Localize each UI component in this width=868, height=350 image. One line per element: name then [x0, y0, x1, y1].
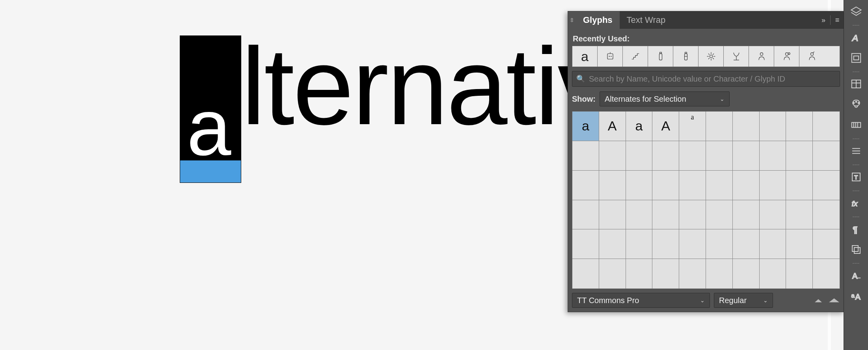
glyph-cell[interactable] [733, 112, 760, 141]
glyph-cell[interactable] [786, 200, 813, 230]
recent-glyph-person3-icon[interactable] [799, 46, 825, 67]
glyph-cell[interactable] [786, 259, 813, 289]
glyph-cell[interactable] [706, 112, 733, 141]
glyph-cell[interactable] [599, 229, 626, 259]
tab-glyphs[interactable]: Glyphs [576, 11, 620, 29]
wrap-icon[interactable] [846, 48, 866, 68]
glyph-cell[interactable] [652, 141, 679, 171]
recent-glyph-a[interactable]: a [572, 46, 598, 67]
tab-text-wrap[interactable]: Text Wrap [620, 11, 673, 29]
glyph-cell[interactable]: A [599, 112, 626, 141]
glyph-cell[interactable]: A [652, 112, 679, 141]
layers-icon[interactable] [846, 2, 866, 21]
object-states-icon[interactable] [846, 240, 866, 259]
svg-text:¶: ¶ [853, 225, 857, 235]
glyph-cell[interactable] [572, 259, 599, 289]
glyph-cell[interactable] [706, 171, 733, 200]
glyph-cell[interactable] [679, 200, 706, 230]
para-style-icon[interactable]: aA [846, 286, 866, 306]
glyph-cell[interactable] [599, 259, 626, 289]
collapse-panel-icon[interactable]: » [817, 11, 830, 29]
recent-glyph-robot-icon[interactable] [598, 46, 623, 67]
glyph-cell[interactable] [706, 141, 733, 171]
glyph-cell[interactable]: a [572, 112, 599, 141]
svg-rect-35 [851, 123, 861, 128]
paragraph-icon[interactable]: ¶ [846, 219, 866, 239]
glyph-cell[interactable] [760, 200, 786, 230]
lines-icon[interactable] [846, 141, 866, 161]
glyph-cell[interactable] [679, 171, 706, 200]
swatches-icon[interactable] [846, 95, 866, 114]
glyph-cell[interactable] [572, 141, 599, 171]
glyph-cell[interactable] [652, 229, 679, 259]
glyph-cell[interactable] [733, 171, 760, 200]
zoom-in-icon[interactable] [828, 298, 840, 303]
recent-glyph-person-icon[interactable] [749, 46, 774, 67]
glyph-cell[interactable] [813, 112, 840, 141]
text-frame-icon[interactable]: T [846, 167, 866, 187]
glyph-cell[interactable] [813, 200, 840, 230]
glyph-cell[interactable] [813, 171, 840, 200]
glyph-cell[interactable] [626, 229, 653, 259]
character-a-icon[interactable]: A [846, 28, 866, 47]
glyph-cell[interactable] [760, 141, 786, 171]
recent-glyph-bottle-icon[interactable] [648, 46, 673, 67]
show-dropdown[interactable]: Alternates for Selection ⌄ [600, 91, 730, 106]
glyph-cell[interactable] [813, 229, 840, 259]
glyph-cell[interactable] [813, 141, 840, 171]
glyph-cell[interactable] [786, 141, 813, 171]
font-family-dropdown[interactable]: TT Commons Pro ⌄ [572, 293, 710, 308]
glyph-cell[interactable] [813, 259, 840, 289]
recent-glyph-plant-icon[interactable] [724, 46, 749, 67]
text-object-main[interactable]: lternativ [241, 32, 611, 141]
glyph-cell[interactable] [599, 200, 626, 230]
glyph-cell[interactable] [760, 112, 786, 141]
glyph-cell[interactable] [652, 259, 679, 289]
svg-rect-47 [854, 248, 860, 253]
glyph-search-input[interactable] [589, 74, 836, 84]
glyph-cell[interactable] [572, 171, 599, 200]
glyph-cell[interactable]: a [626, 112, 653, 141]
panel-menu-icon[interactable]: ≡ [831, 11, 844, 29]
fx-icon[interactable]: fx [846, 193, 866, 213]
glyph-cell[interactable] [760, 171, 786, 200]
glyph-cell[interactable] [572, 229, 599, 259]
glyph-cell[interactable] [786, 229, 813, 259]
glyph-cell[interactable] [706, 229, 733, 259]
glyph-cell[interactable] [733, 229, 760, 259]
gradient-icon[interactable] [846, 115, 866, 135]
glyph-cell[interactable] [786, 171, 813, 200]
recent-glyph-stairs-icon[interactable] [623, 46, 648, 67]
glyph-cell[interactable] [733, 259, 760, 289]
glyph-cell[interactable] [626, 259, 653, 289]
glyph-cell[interactable] [733, 200, 760, 230]
char-style-icon[interactable]: A [846, 266, 866, 285]
glyph-cell[interactable] [626, 141, 653, 171]
tables-icon[interactable] [846, 74, 866, 94]
svg-rect-46 [852, 246, 858, 251]
glyph-cell[interactable] [652, 171, 679, 200]
panel-drag-handle-icon[interactable]: ⇳ [568, 11, 576, 29]
zoom-out-icon[interactable] [812, 298, 824, 303]
glyph-cell[interactable] [706, 200, 733, 230]
glyph-cell[interactable] [760, 229, 786, 259]
recent-glyph-burst-icon[interactable] [698, 46, 724, 67]
glyph-cell[interactable] [733, 141, 760, 171]
glyph-cell[interactable] [679, 259, 706, 289]
glyph-cell[interactable]: a [679, 112, 706, 141]
recent-glyph-bottle2-icon[interactable] [673, 46, 698, 67]
font-style-dropdown[interactable]: Regular ⌄ [714, 293, 773, 308]
glyph-cell[interactable] [599, 171, 626, 200]
glyph-cell[interactable] [760, 259, 786, 289]
glyph-cell[interactable] [626, 200, 653, 230]
glyph-cell[interactable] [679, 229, 706, 259]
svg-rect-7 [685, 52, 687, 54]
recent-glyph-person2-icon[interactable] [774, 46, 799, 67]
glyph-cell[interactable] [652, 200, 679, 230]
glyph-cell[interactable] [599, 141, 626, 171]
glyph-cell[interactable] [572, 200, 599, 230]
glyph-cell[interactable] [679, 141, 706, 171]
glyph-cell[interactable] [786, 112, 813, 141]
glyph-cell[interactable] [706, 259, 733, 289]
glyph-cell[interactable] [626, 171, 653, 200]
